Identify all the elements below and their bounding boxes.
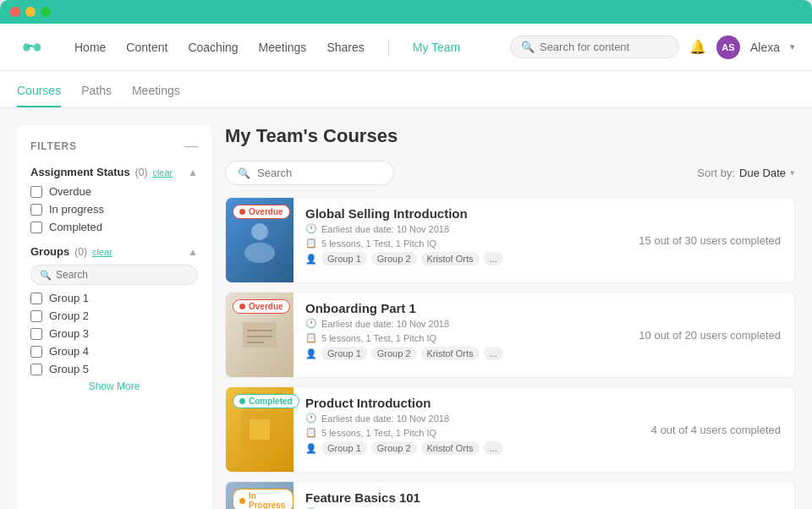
assignment-status-title: Assignment Status (30, 166, 130, 178)
calendar-icon: 🕐 (305, 223, 317, 234)
filters-collapse-button[interactable]: — (184, 139, 198, 154)
course-card: Completed Product Introduction 🕐 Earlies… (225, 386, 795, 473)
assignment-status-chevron-icon[interactable]: ▲ (188, 167, 198, 178)
in-progress-checkbox[interactable] (30, 204, 42, 216)
nav-meetings[interactable]: Meetings (259, 41, 307, 54)
course-thumbnail: In Progress (226, 482, 294, 509)
page-title: My Team's Courses (225, 125, 795, 147)
group3-checkbox[interactable] (30, 328, 42, 340)
group4-checkbox[interactable] (30, 346, 42, 358)
course-lessons: 📋 5 lessons, 1 Test, 1 Pitch IQ (305, 238, 613, 249)
window-maximize-dot[interactable] (41, 7, 51, 17)
nav-my-team[interactable]: My Team (413, 41, 461, 54)
tag-more[interactable]: ... (484, 347, 503, 360)
status-badge: Overdue (233, 299, 290, 314)
completion-text: 15 out of 30 users completed (639, 234, 781, 247)
show-more-button[interactable]: Show More (30, 380, 198, 392)
badge-label: Overdue (249, 302, 283, 311)
groups-clear[interactable]: clear (92, 247, 112, 257)
groups-section: Groups (0) clear ▲ 🔍 Group 1 Group 2 (30, 245, 198, 392)
filter-overdue: Overdue (30, 185, 198, 198)
group2-checkbox[interactable] (30, 310, 42, 322)
tag-group1[interactable]: Group 1 (321, 441, 367, 455)
search-input[interactable] (540, 41, 658, 53)
groups-search[interactable]: 🔍 (30, 265, 198, 285)
lessons-text: 5 lessons, 1 Test, 1 Pitch IQ (321, 238, 436, 249)
tag-kristof[interactable]: Kristof Orts (421, 252, 480, 265)
toolbar: 🔍 Sort by: Due Date ▾ (225, 161, 795, 185)
courses-search[interactable]: 🔍 (225, 161, 394, 185)
course-card: In Progress Feature Basics 101 🕐 Earlies… (225, 481, 795, 509)
group1-label: Group 1 (49, 292, 89, 304)
tag-more[interactable]: ... (484, 441, 503, 455)
badge-label: Overdue (249, 207, 283, 216)
user-chevron-icon[interactable]: ▾ (790, 41, 795, 52)
due-date-text: Earliest due date: 10 Nov 2018 (321, 413, 449, 424)
course-tags: 👤 Group 1 Group 2 Kristof Orts ... (305, 441, 626, 455)
filters-title: FILTERS (30, 140, 77, 152)
notifications-icon[interactable]: 🔔 (689, 39, 706, 55)
nav-home[interactable]: Home (74, 41, 106, 54)
groups-header: Groups (0) clear ▲ (30, 245, 198, 258)
tag-kristof[interactable]: Kristof Orts (421, 441, 480, 455)
group3-label: Group 3 (49, 327, 89, 340)
assignment-status-section: Assignment Status (0) clear ▲ Overdue In… (30, 166, 198, 233)
tab-courses[interactable]: Courses (17, 84, 61, 107)
course-thumb-image (234, 309, 285, 360)
overdue-checkbox[interactable] (30, 186, 42, 198)
groups-chevron-icon[interactable]: ▲ (188, 246, 198, 258)
group5-label: Group 5 (49, 363, 89, 375)
tag-group2[interactable]: Group 2 (371, 347, 417, 360)
user-name[interactable]: Alexa (750, 41, 780, 54)
lessons-text: 5 lessons, 1 Test, 1 Pitch IQ (321, 333, 436, 343)
lessons-icon: 📋 (305, 238, 317, 249)
window-minimize-dot[interactable] (25, 7, 36, 17)
group1-checkbox[interactable] (30, 293, 42, 304)
courses-search-input[interactable] (257, 167, 376, 179)
course-lessons: 📋 5 lessons, 1 Test, 1 Pitch IQ (305, 332, 613, 343)
filter-completed: Completed (30, 221, 198, 233)
tab-paths[interactable]: Paths (81, 84, 112, 107)
tab-meetings[interactable]: Meetings (132, 84, 180, 107)
completed-checkbox[interactable] (30, 222, 42, 233)
filter-group1: Group 1 (30, 292, 198, 304)
due-date-text: Earliest due date: 10 Nov 2018 (321, 319, 449, 329)
sort-value-button[interactable]: Due Date (739, 167, 786, 179)
course-due-date: 🕐 Earliest due date: 10 Nov 2018 (305, 413, 626, 424)
course-title[interactable]: Product Introduction (305, 396, 626, 410)
course-title[interactable]: Global Selling Introduction (305, 206, 613, 221)
course-title[interactable]: Onboarding Part 1 (305, 301, 613, 315)
nav-content[interactable]: Content (126, 41, 167, 54)
tag-group1[interactable]: Group 1 (321, 252, 367, 265)
tag-group2[interactable]: Group 2 (371, 441, 417, 455)
global-search[interactable]: 🔍 (510, 36, 679, 58)
logo[interactable] (17, 39, 47, 56)
tag-group2[interactable]: Group 2 (371, 252, 417, 265)
tag-group1[interactable]: Group 1 (321, 347, 367, 360)
window-close-dot[interactable] (10, 7, 20, 17)
search-icon: 🔍 (521, 41, 535, 53)
nav-right: 🔍 🔔 AS Alexa ▾ (510, 36, 795, 59)
assignment-status-count: (0) (135, 167, 148, 178)
nav-coaching[interactable]: Coaching (188, 41, 238, 54)
group5-checkbox[interactable] (30, 364, 42, 375)
course-title[interactable]: Feature Basics 101 (305, 490, 613, 505)
course-lessons: 📋 5 lessons, 1 Test, 1 Pitch IQ (305, 427, 626, 438)
svg-rect-2 (234, 215, 285, 265)
sub-nav: Courses Paths Meetings (0, 71, 812, 108)
course-thumbnail: Overdue (226, 198, 294, 282)
sort-chevron-icon[interactable]: ▾ (790, 167, 795, 178)
status-badge: Completed (233, 394, 299, 408)
groups-search-input[interactable] (56, 269, 166, 281)
tag-kristof[interactable]: Kristof Orts (421, 347, 480, 360)
filter-group3: Group 3 (30, 327, 198, 340)
nav-shares[interactable]: Shares (326, 41, 364, 54)
tag-more[interactable]: ... (484, 252, 503, 265)
lessons-icon: 📋 (305, 332, 317, 343)
group2-label: Group 2 (49, 309, 89, 322)
course-completion: 10 out of 20 users completed (625, 482, 794, 509)
title-bar (0, 0, 812, 24)
badge-dot-icon (239, 398, 245, 404)
lessons-text: 5 lessons, 1 Test, 1 Pitch IQ (321, 428, 436, 438)
assignment-status-clear[interactable]: clear (152, 167, 173, 178)
